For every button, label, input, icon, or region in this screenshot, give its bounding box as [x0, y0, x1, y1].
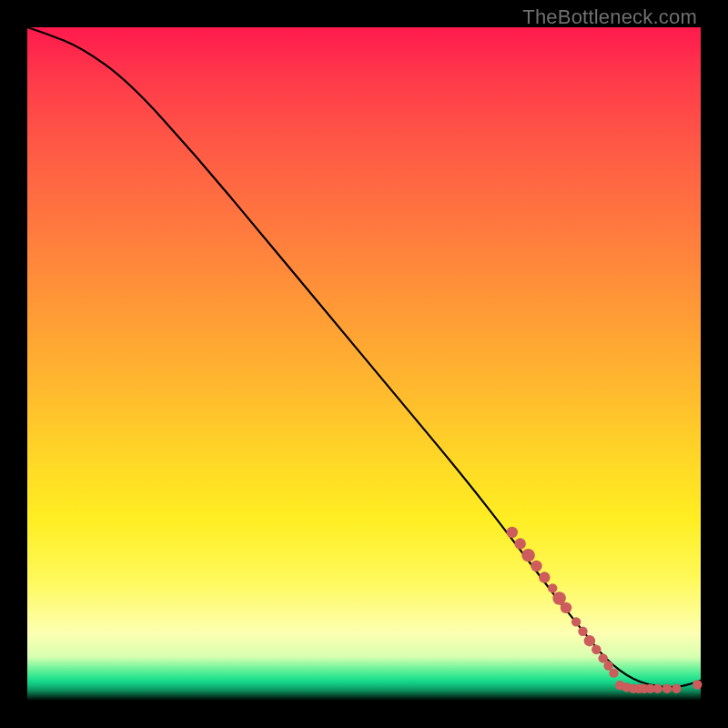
chart-markers [507, 527, 703, 693]
chart-marker [521, 549, 535, 562]
watermark-text: TheBottleneck.com [522, 5, 697, 29]
chart-overlay [27, 27, 701, 701]
chart-marker [548, 583, 557, 592]
chart-marker [571, 617, 581, 626]
chart-marker [584, 635, 595, 646]
chart-frame [27, 27, 701, 701]
chart-marker [652, 683, 662, 693]
chart-marker [507, 527, 518, 538]
chart-marker [592, 645, 601, 654]
chart-marker [531, 561, 541, 571]
chart-marker [672, 683, 681, 693]
chart-marker [662, 683, 672, 693]
chart-curve [27, 27, 701, 687]
chart-marker [609, 668, 618, 677]
chart-marker [514, 538, 525, 549]
chart-marker [693, 680, 702, 689]
chart-marker [561, 602, 571, 613]
chart-marker [578, 627, 587, 636]
chart-marker [539, 571, 550, 582]
